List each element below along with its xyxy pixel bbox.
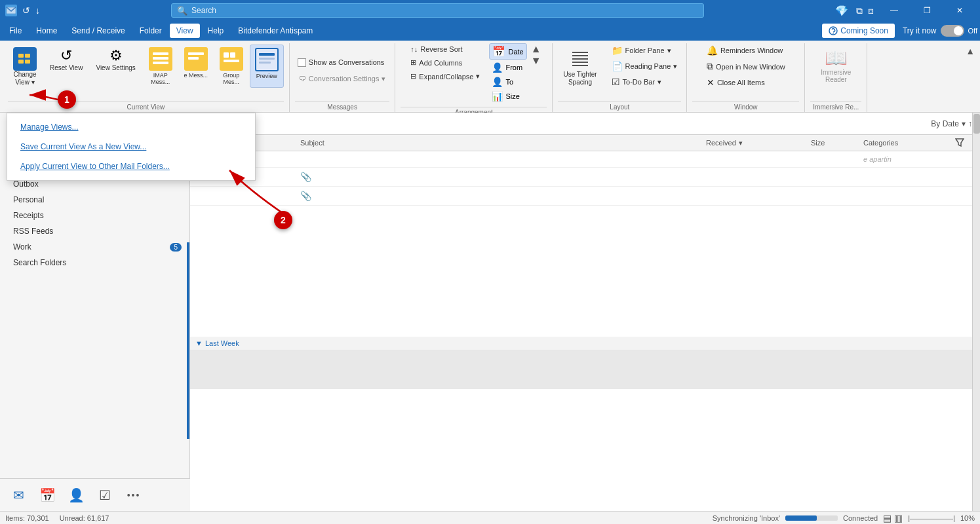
sort-down-arrow[interactable]: ▼ [531,55,541,67]
restore-icon[interactable]: ⧉ [856,5,863,16]
menu-send-receive[interactable]: Send / Receive [65,24,131,38]
reset-view-button[interactable]: ↺ Reset View [45,43,88,75]
immersive-reader-button[interactable]: 📖 ImmersiveReader [815,43,856,87]
scrollbar-vertical[interactable] [972,113,980,511]
add-columns-button[interactable]: ⊞ Add Columns [406,56,484,69]
sidebar-item-work[interactable]: Work 5 [0,239,189,255]
view-icons-strip: IMAP Mess... e Mess... Gro [144,43,284,88]
view-imap-button[interactable]: IMAP Mess... [144,45,178,88]
view-settings-button[interactable]: ⚙ View Settings [90,43,140,75]
sort-date-button[interactable]: 📅 Date [489,43,526,60]
nav-more-button[interactable]: ••• [121,482,147,508]
redo-icon[interactable]: ↓ [35,5,40,16]
use-tighter-spacing-button[interactable]: Use TighterSpacing [558,43,602,90]
close-button[interactable]: ✕ [945,0,975,21]
search-icon: 🔍 [177,6,187,16]
switch-icon[interactable]: ⧈ [868,5,874,16]
premium-icon[interactable]: 💎 [835,5,848,17]
sidebar-item-search-folders[interactable]: Search Folders [0,255,189,271]
menu-folder[interactable]: Folder [133,24,168,38]
sort-up-arrow[interactable]: ▲ [531,43,541,55]
view-ie-button[interactable]: e Mess... [179,45,213,88]
sort-size-button[interactable]: 📊 Size [489,90,526,103]
unread-count: Unread: 61,617 [60,514,109,522]
reading-pane-button[interactable]: 📄 Reading Pane ▾ [608,59,682,73]
nav-tasks-button[interactable]: ☑ [92,482,118,508]
show-as-conversations-checkbox[interactable]: Show as Conversations [295,56,387,69]
ribbon-group-conversations: Show as Conversations 🗨 Conversation Set… [290,43,396,112]
sort-to-button[interactable]: 👤 To [489,75,526,88]
sort-from-button[interactable]: 👤 From [489,61,526,74]
attachment-icon: 📎 [300,172,311,182]
reverse-sort-button[interactable]: ↑↓ Reverse Sort [406,43,484,55]
toggle-switch[interactable] [941,25,964,37]
reminders-icon: 🔔 [707,45,718,56]
immersive-items: 📖 ImmersiveReader [815,43,856,100]
view-imap-label: IMAP Mess... [145,72,176,85]
col-header-subject[interactable]: Subject [300,139,706,147]
menu-file[interactable]: File [3,24,28,38]
sort-by-button[interactable]: By Date ▾ ↑ [931,119,972,128]
reading-pane-icon: 📄 [612,61,623,71]
nav-people-button[interactable]: 👤 [63,482,89,508]
folder-pane-button[interactable]: 📁 Folder Pane ▾ [608,43,682,58]
ribbon-content: ChangeView ▾ ↺ Reset View ⚙ View Setting… [0,41,980,112]
svg-rect-12 [188,52,204,55]
mail-row[interactable]: e apartin [190,151,980,168]
col-header-received[interactable]: Received ▾ [706,139,811,147]
preview-view-button[interactable]: ▥ [894,513,903,523]
add-columns-icon: ⊞ [410,58,416,67]
close-all-items-button[interactable]: ✕ Close All Items [703,75,789,90]
ribbon: ChangeView ▾ ↺ Reset View ⚙ View Setting… [0,41,980,113]
last-week-section[interactable]: ▼ Last Week [190,337,980,350]
view-preview-button[interactable]: Preview [250,45,284,88]
folder-pane-icon: 📁 [612,45,623,56]
nav-calendar-button[interactable]: 📅 [34,482,60,508]
title-bar: ↺ ↓ 🔍 Search 💎 ⧉ ⧈ — ❐ ✕ [0,0,980,21]
sidebar-item-rss-feeds[interactable]: RSS Feeds [0,223,189,239]
from-icon: 👤 [492,62,503,73]
scrollbar-thumb[interactable] [973,114,980,134]
items-count: Items: 70,301 [5,514,49,522]
change-view-dropdown: Manage Views... Save Current View As a N… [7,113,256,181]
todo-bar-button[interactable]: ☑ To-Do Bar ▾ [608,75,682,89]
reset-view-icon: ↺ [60,47,72,64]
reminders-window-button[interactable]: 🔔 Reminders Window [703,43,789,58]
apply-current-view-item[interactable]: Apply Current View to Other Mail Folders… [7,157,255,176]
conversation-settings-button[interactable]: 🗨 Conversation Settings ▾ [295,73,390,85]
compact-view-button[interactable]: ▤ [883,513,892,523]
collapse-ribbon-button[interactable]: ▲ [963,43,977,59]
nav-mail-button[interactable]: ✉ [5,482,31,508]
mail-row[interactable]: 📎 [190,187,980,206]
mail-row[interactable]: 📎 [190,168,980,187]
coming-soon-button[interactable]: Coming Soon [822,24,895,38]
change-view-button[interactable]: ChangeView ▾ [8,43,42,90]
close-all-icon: ✕ [707,77,715,88]
expand-collapse-button[interactable]: ⊟ Expand/Collapse ▾ [406,70,484,83]
to-icon: 👤 [492,77,503,87]
sidebar-item-personal[interactable]: Personal [0,192,189,208]
date-icon: 📅 [492,45,505,58]
view-mode-buttons: ▤ ▥ [883,513,903,523]
menu-bitdefender[interactable]: Bitdefender Antispam [231,24,319,38]
menu-home[interactable]: Home [29,24,64,38]
menu-view[interactable]: View [170,24,200,38]
menu-help[interactable]: Help [201,24,231,38]
sidebar-item-receipts[interactable]: Receipts [0,208,189,223]
view-group-label: Group Mes... [216,72,247,85]
arrangement-items: ↑↓ Reverse Sort ⊞ Add Columns ⊟ Expand/C… [406,43,541,105]
undo-icon[interactable]: ↺ [22,5,30,16]
conv-settings-arrow: ▾ [382,75,385,83]
col-header-size[interactable]: Size [811,139,863,147]
minimize-button[interactable]: — [879,0,909,21]
open-new-window-button[interactable]: ⧉ Open in New Window [703,59,789,74]
maximize-button[interactable]: ❐ [912,0,942,21]
manage-views-item[interactable]: Manage Views... [7,117,255,137]
new-window-icon: ⧉ [707,61,713,72]
annotation-1: 1 [58,90,76,109]
col-header-categories[interactable]: Categories [863,139,955,147]
search-bar[interactable]: 🔍 Search [171,3,704,18]
save-current-view-item[interactable]: Save Current View As a New View... [7,137,255,157]
view-group-button[interactable]: Group Mes... [214,45,248,88]
ribbon-group-window: 🔔 Reminders Window ⧉ Open in New Window … [687,43,805,112]
